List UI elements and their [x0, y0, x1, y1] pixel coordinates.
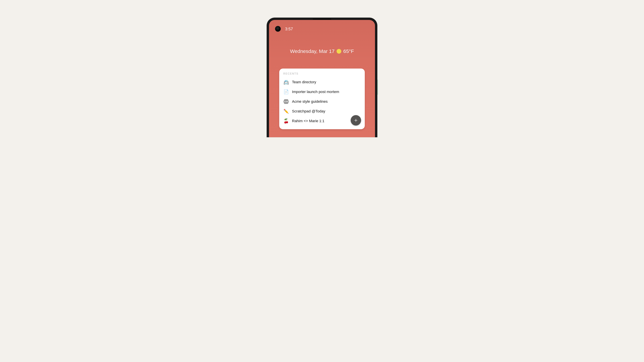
acme-badge-icon: ACME	[283, 99, 289, 104]
widget-list: 📇 Team directory 📄 Importer launch post …	[283, 78, 361, 125]
recents-widget: RECENTS 📇 Team directory 📄 Importer laun…	[279, 68, 365, 129]
list-item-label: Rahim <> Marie 1:1	[292, 119, 324, 123]
phone-speaker	[313, 18, 331, 19]
add-button[interactable]	[351, 115, 361, 125]
widget-header: RECENTS	[283, 72, 361, 75]
phone-screen: 3:57 Wednesday, Mar 17 65°F RECENTS 📇 Te…	[269, 20, 375, 137]
sun-icon	[336, 49, 341, 54]
list-item-label: Team directory	[292, 80, 316, 84]
list-item-label: Importer launch post mortem	[292, 90, 339, 94]
at-a-glance-widget[interactable]: Wednesday, Mar 17 65°F	[269, 48, 375, 54]
list-item-label: Scratchpad @Today	[292, 109, 325, 113]
list-item-label: Acme style guidelines	[292, 99, 328, 104]
list-item-rahim-marie-1-1[interactable]: 🍒 Rahim <> Marie 1:1	[283, 116, 361, 125]
plus-icon	[354, 118, 358, 122]
card-index-icon: 📇	[283, 79, 289, 85]
power-button[interactable]	[377, 80, 378, 95]
phone-frame: 3:57 Wednesday, Mar 17 65°F RECENTS 📇 Te…	[267, 17, 377, 137]
document-icon: 📄	[283, 89, 289, 95]
glance-temperature: 65°F	[343, 48, 354, 54]
front-camera-icon	[275, 26, 281, 32]
cherries-icon: 🍒	[283, 118, 289, 124]
list-item-scratchpad-today[interactable]: ✏️ Scratchpad @Today	[283, 107, 361, 116]
glance-date: Wednesday, Mar 17	[290, 48, 334, 54]
list-item-acme-style-guidelines[interactable]: ACME Acme style guidelines	[283, 97, 361, 106]
status-bar-time: 3:57	[285, 27, 293, 31]
pencil-icon: ✏️	[283, 108, 289, 114]
list-item-team-directory[interactable]: 📇 Team directory	[283, 78, 361, 87]
list-item-importer-post-mortem[interactable]: 📄 Importer launch post mortem	[283, 87, 361, 96]
